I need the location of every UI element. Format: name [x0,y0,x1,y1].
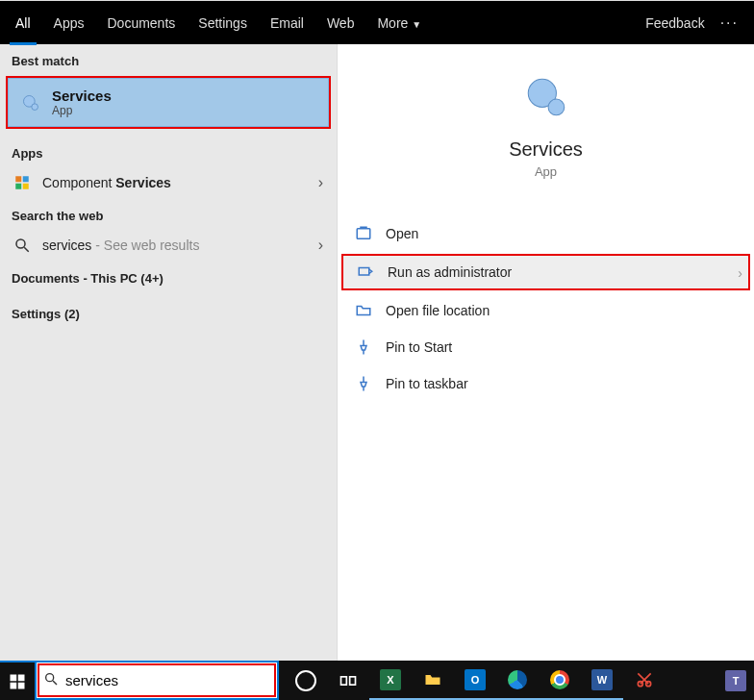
action-label: Pin to Start [386,339,452,355]
result-component-services[interactable]: Component Services › [0,166,337,199]
action-open-file-location[interactable]: Open file location [338,292,754,329]
svg-rect-19 [350,676,356,684]
preview-subtitle: App [338,164,754,179]
result-web-search[interactable]: services - See web results › [0,229,337,262]
best-match-result[interactable]: Services App [6,76,331,129]
action-label: Pin to taskbar [386,376,468,391]
component-services-icon [13,174,31,191]
result-label: Component Services [42,175,307,190]
action-pin-to-taskbar[interactable]: Pin to taskbar [338,365,754,402]
svg-line-17 [53,681,57,685]
tab-more[interactable]: More▼ [365,1,433,45]
svg-rect-4 [15,184,21,189]
open-icon [355,225,372,242]
svg-rect-3 [23,176,29,182]
svg-point-6 [16,239,25,248]
svg-rect-11 [359,268,369,276]
svg-point-9 [548,99,565,115]
preview-panel: Services App › Open Run as administrator… [337,44,754,661]
svg-rect-12 [11,674,17,681]
search-input[interactable] [65,662,277,698]
action-open[interactable]: Open [338,215,754,252]
action-label: Open file location [386,303,490,318]
ellipsis-icon[interactable]: ··· [720,14,739,32]
expand-chevron-icon[interactable]: › [738,265,742,281]
task-view-icon[interactable] [327,661,369,700]
taskbar-app-snip[interactable] [623,661,666,700]
search-web-header: Search the web [0,199,337,229]
start-button[interactable] [0,661,35,700]
chevron-down-icon: ▼ [412,19,421,30]
taskbar-search[interactable] [35,661,279,700]
svg-rect-2 [15,176,21,182]
preview-gear-icon [522,73,570,121]
taskbar-app-word[interactable]: W [581,661,623,700]
taskbar-app-edge[interactable] [496,661,539,700]
tab-apps[interactable]: Apps [42,1,96,45]
tab-settings[interactable]: Settings [187,1,259,45]
best-match-subtitle: App [52,104,112,117]
tab-all[interactable]: All [4,1,42,45]
svg-rect-13 [18,674,25,681]
tab-documents[interactable]: Documents [95,1,187,45]
documents-header[interactable]: Documents - This PC (4+) [0,262,337,291]
settings-header[interactable]: Settings (2) [0,297,337,327]
services-gear-icon [21,93,40,112]
tab-web[interactable]: Web [315,1,366,45]
pin-icon [355,338,372,356]
taskbar-app-outlook[interactable]: O [454,661,496,700]
taskbar: X O W T [0,661,754,700]
svg-rect-14 [11,682,17,688]
result-label: services - See web results [42,238,307,253]
svg-rect-5 [23,184,29,189]
action-label: Run as administrator [388,264,512,280]
tray-teams-icon[interactable]: T [721,661,750,700]
tab-email[interactable]: Email [259,1,315,45]
taskbar-app-file-explorer[interactable] [412,661,454,700]
svg-rect-18 [341,676,347,684]
apps-header: Apps [0,137,337,166]
pin-icon [355,375,372,392]
feedback-link[interactable]: Feedback [645,1,704,45]
folder-icon [355,302,372,319]
action-run-as-administrator[interactable]: Run as administrator [341,254,750,290]
svg-point-1 [32,103,38,110]
results-panel: Best match Services App Apps Component S… [0,44,337,661]
chevron-right-icon: › [318,174,323,191]
shield-admin-icon [357,263,374,281]
chevron-right-icon: › [318,237,323,254]
cortana-icon[interactable] [285,661,327,700]
svg-rect-10 [357,229,370,239]
svg-point-16 [46,673,54,681]
taskbar-app-chrome[interactable] [539,661,581,700]
svg-line-7 [24,247,29,252]
best-match-title: Services [52,88,112,104]
search-filter-tabs: All Apps Documents Settings Email Web Mo… [0,0,754,44]
action-label: Open [386,226,418,241]
action-pin-to-start[interactable]: Pin to Start [338,329,754,365]
taskbar-app-excel[interactable]: X [369,661,412,700]
search-icon [13,237,31,254]
preview-title: Services [338,138,754,161]
svg-rect-15 [18,682,25,688]
search-icon [37,671,65,690]
best-match-header: Best match [0,44,337,74]
